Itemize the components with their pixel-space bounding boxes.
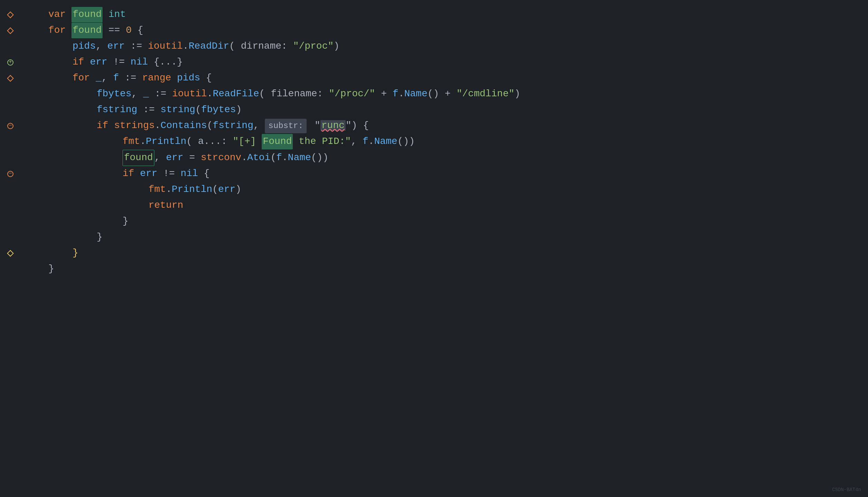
code-line-2: for found == 0 { [21,23,868,39]
pkg-fmt-2: fmt [148,182,166,197]
pkg-strings: strings [114,118,155,134]
code-line-13: return [21,198,868,214]
code-line-6: fbytes , _ := ioutil.ReadFile( filename:… [21,86,868,102]
watermark: CSDN-BAT4n [832,486,861,494]
code-line-17: } [21,261,868,277]
op-assign-5: = [189,150,195,166]
func-string: string [161,102,195,118]
var-nil-1: nil [131,55,148,70]
var-fstring: fstring [97,102,137,118]
var-err-1: err [107,39,125,54]
keyword-var: var [48,7,66,22]
var-err-5: err [218,182,235,197]
op-neq-1: != [113,55,125,70]
brace-open-1: { [137,23,143,38]
code-line-8: − if strings.Contains(fstring, substr: "… [21,118,868,134]
gutter-icon-diamond-2 [7,27,14,34]
param-filename: filename: [271,86,323,102]
gutter-icon-plus-4: + [7,59,13,66]
code-line-9: fmt.Println( a...: "[+] Found the PID:",… [21,134,868,150]
gutter-4: + [5,55,16,70]
type-int: int [108,7,126,22]
method-readdir: ReadDir [189,39,229,54]
var-blank-2: _ [143,86,149,102]
op-assign-4: := [143,102,155,118]
pkg-fmt-1: fmt [123,134,140,149]
op-neq-2: != [163,166,175,182]
str-runc: runc [320,120,346,131]
gutter-2 [5,23,16,39]
pkg-strconv: strconv [201,150,242,166]
op-eq: == [108,23,120,38]
str-proc: "/proc" [293,39,334,54]
op-assign-2: := [125,70,136,86]
var-found-2: found [71,23,103,38]
code-editor: var found int for found == 0 { pids , er… [0,0,868,497]
var-f: f [113,70,119,86]
method-println-1: Println [146,134,186,149]
code-line-1: var found int [21,7,868,23]
brace-open-3: { [363,118,369,134]
gutter-16 [5,245,16,261]
code-line-4: + if err != nil {...} [21,55,868,70]
param-a: a...: [198,134,227,149]
keyword-return: return [148,198,183,213]
var-found-1: found [71,7,103,22]
gutter-icon-diamond-minus-16 [7,250,14,257]
code-line-5: for _ , f := range pids { [21,70,868,86]
method-name-2: Name [374,134,397,149]
var-fbytes: fbytes [97,86,132,102]
method-name-1: Name [404,86,427,102]
brace-close-1: } [48,261,54,277]
code-line-16: } [21,245,868,261]
method-atoi: Atoi [247,150,270,166]
gutter-icon-minus-11: − [7,171,13,177]
brace-open-4: { [204,166,210,182]
var-err-4: err [140,166,157,182]
var-pids: pids [73,39,96,54]
str-cmdline: "/cmdline" [456,86,514,102]
num-0: 0 [126,23,132,38]
code-line-11: − if err != nil { [21,166,868,182]
gutter-5 [5,70,16,86]
var-nil-2: nil [181,166,198,182]
keyword-for-2: for [73,70,90,86]
param-dirname: dirname: [241,39,287,54]
var-err-2: err [90,55,107,70]
gutter-1 [5,7,16,23]
method-readfile: ReadFile [213,86,259,102]
str-found-pid: "[+] [233,134,256,149]
tooltip-substr: substr: [265,119,307,133]
code-line-14: } [21,214,868,230]
code-line-15: } [21,230,868,245]
gutter-icon-diamond-1 [7,11,14,18]
brace-close-yellow: } [73,245,78,261]
pkg-ioutil: ioutil [148,39,183,54]
brace-close-3: } [97,230,103,245]
method-contains: Contains [161,118,207,134]
var-pids-2: pids [177,70,200,86]
var-err-3: err [166,150,183,166]
gutter-11: − [5,166,16,182]
keyword-if-3: if [123,166,134,182]
op-assign-1: := [131,39,142,54]
brace-close-4: } [123,214,128,229]
keyword-if-1: if [73,55,84,70]
str-proc-slash: "/proc/" [329,86,375,102]
gutter-icon-diamond-5 [7,75,14,82]
collapsed-block-1: {...} [154,55,183,70]
code-line-12: fmt.Println(err) [21,182,868,198]
keyword-if-2: if [97,118,108,134]
code-line-10: found , err = strconv.Atoi(f.Name()) [21,150,868,166]
comma-1: , [96,39,102,54]
gutter-icon-minus-8: − [7,123,13,129]
code-line-7: fstring := string(fbytes) [21,102,868,118]
brace-open-2: { [206,70,212,86]
op-assign-3: := [155,86,166,102]
keyword-range: range [142,70,171,86]
var-blank: _ [96,70,102,86]
gutter-8: − [5,118,16,134]
keyword-for: for [48,23,66,38]
pkg-ioutil-2: ioutil [172,86,207,102]
code-line-3: pids , err := ioutil.ReadDir( dirname: "… [21,39,868,55]
